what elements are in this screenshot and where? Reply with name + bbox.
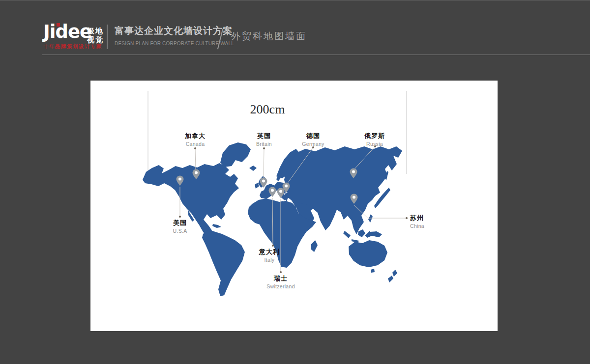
map-label-canada: 加拿大 Canada: [185, 132, 206, 147]
logo-dot-icon: [57, 23, 60, 27]
brand-tagline: 十年品牌策划设计专家: [43, 43, 102, 50]
header-rule: [42, 55, 590, 55]
map-label-switzerland: 瑞士 Switzerland: [266, 274, 295, 289]
map-label-suzhou: 苏州 China: [410, 214, 424, 229]
page-title: 外贸科地图墙面: [231, 30, 307, 43]
design-canvas: 200cm 加拿大 Canada 英国 Britain 德国 Germany 俄…: [90, 81, 498, 331]
project-title: 富事达企业文化墙设计方案: [115, 25, 233, 37]
map-label-italy: 意大利 Italy: [259, 248, 280, 263]
world-map: [90, 81, 498, 331]
brand-name-cn: 极地 视觉: [87, 27, 104, 44]
dimension-label: 200cm: [250, 102, 285, 117]
map-label-britain: 英国 Britain: [256, 132, 272, 147]
header-vertical-divider: [107, 25, 108, 49]
brand-logo: Jidee: [43, 21, 91, 42]
project-title-en: DESIGN PLAN FOR CORPORATE CULTURE WALL: [115, 41, 234, 46]
presentation-page: Jidee 极地 视觉 十年品牌策划设计专家 富事达企业文化墙设计方案 DESI…: [0, 0, 590, 364]
map-label-usa: 美国 U.S.A: [173, 219, 187, 234]
map-label-russia: 俄罗斯 Russia: [364, 132, 385, 147]
brand-name-cn-line1: 极地: [87, 27, 104, 35]
map-label-germany: 德国 Germany: [302, 132, 324, 147]
